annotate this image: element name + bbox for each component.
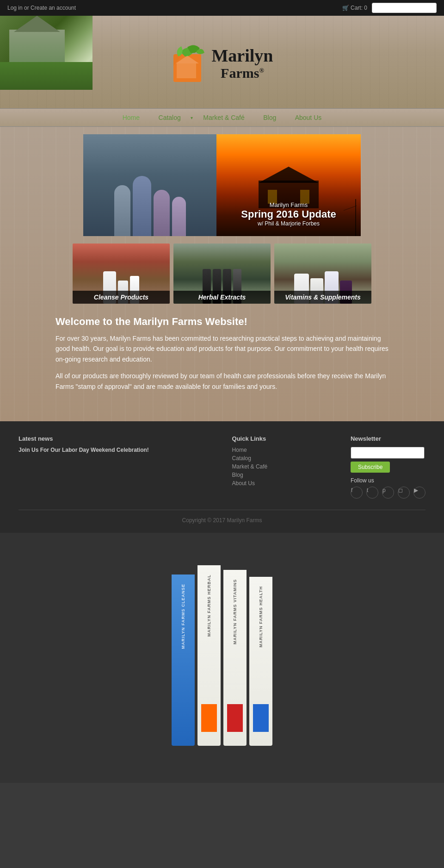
logo-icon	[171, 43, 208, 84]
herbal-label: Herbal Extracts	[173, 291, 271, 304]
logo-text: MarilynFarms®	[212, 46, 273, 81]
bookmark-2-accent	[201, 704, 217, 732]
copyright: Copyright © 2017 Marilyn Farms	[18, 510, 426, 524]
bookmark-4-text: MARILYN FARMS HEALTH	[259, 586, 263, 648]
quick-links-heading: Quick Links	[232, 435, 268, 442]
bookmark-4: MARILYN FARMS HEALTH	[249, 577, 272, 746]
product-grid: Cleanse Products Herbal Extracts	[60, 236, 384, 311]
logo-container: MarilynFarms®	[171, 43, 273, 86]
footer-link-blog[interactable]: Blog	[232, 472, 268, 478]
welcome-para-1: For over 30 years, Marilyn Farms has bee…	[56, 333, 388, 364]
welcome-heading: Welcome to the Marilyn Farms Website!	[56, 316, 388, 328]
follow-label: Follow us	[351, 477, 426, 484]
cleanse-label: Cleanse Products	[73, 291, 170, 304]
bookmark-3-accent	[227, 704, 243, 732]
hero-title: Spring 2016 Update	[216, 208, 361, 220]
twitter-icon[interactable]: t	[366, 487, 378, 499]
bookmark-2: MARILYN FARMS HERBAL	[197, 565, 221, 746]
bookmark-3: MARILYN FARMS VITAMINS	[223, 570, 247, 746]
welcome-para-2: All of our products are thoroughly revie…	[56, 371, 388, 392]
cart-icon[interactable]: 🛒 Cart: 0	[342, 5, 367, 11]
nav-catalog[interactable]: Catalog	[159, 114, 181, 121]
nav-market-cafe[interactable]: Market & Café	[203, 114, 244, 121]
main-content: Marilyn Farms Spring 2016 Update w/ Phil…	[0, 127, 444, 421]
search-input[interactable]	[372, 3, 437, 13]
hero-text-overlay: Marilyn Farms Spring 2016 Update w/ Phil…	[216, 201, 361, 227]
bookmark-4-accent	[253, 704, 269, 732]
footer: Latest news Join Us For Our Labor Day We…	[0, 421, 444, 533]
hero-subtitle: Marilyn Farms	[216, 201, 361, 208]
header: MarilynFarms®	[0, 16, 444, 108]
nav-about-us[interactable]: About Us	[295, 114, 322, 121]
newsletter-email-input[interactable]	[351, 447, 425, 459]
instagram-icon[interactable]: ◻	[398, 487, 410, 499]
footer-link-market[interactable]: Market & Café	[232, 463, 268, 470]
product-card-vitamins[interactable]: Vitamins & Supplements	[274, 244, 371, 304]
chevron-down-icon: ▾	[191, 115, 193, 120]
svg-rect-2	[177, 63, 196, 78]
top-bar-auth: Log in or Create an account	[7, 5, 76, 11]
main-nav: Home Catalog ▾ Market & Café Blog About …	[0, 108, 444, 127]
product-card-cleanse[interactable]: Cleanse Products	[73, 244, 170, 304]
pinterest-icon[interactable]: p	[382, 487, 394, 499]
farm-photo	[0, 16, 92, 90]
bookmark-3-text: MARILYN FARMS VITAMINS	[233, 579, 237, 644]
create-account-link[interactable]: Create an account	[31, 5, 76, 11]
hero-family-photo	[83, 134, 216, 236]
footer-latest-news: Latest news Join Us For Our Labor Day We…	[18, 435, 149, 500]
footer-newsletter: Newsletter Subscribe Follow us f t p ◻ ▶	[351, 435, 426, 500]
social-icons: f t p ◻ ▶	[351, 487, 426, 500]
login-link[interactable]: Log in	[7, 5, 23, 11]
vitamins-label: Vitamins & Supplements	[274, 291, 371, 304]
logo-box: MarilynFarms®	[171, 43, 273, 84]
latest-news-heading: Latest news	[18, 435, 149, 442]
top-bar-right: 🛒 Cart: 0	[342, 3, 437, 13]
welcome-section: Welcome to the Marilyn Farms Website! Fo…	[0, 311, 444, 407]
bookmarks-container: MARILYN FARMS CLEANSE MARILYN FARMS HERB…	[172, 561, 272, 746]
footer-link-home[interactable]: Home	[232, 447, 268, 453]
newsletter-heading: Newsletter	[351, 435, 426, 442]
footer-grid: Latest news Join Us For Our Labor Day We…	[18, 435, 426, 500]
footer-quick-links: Quick Links Home Catalog Market & Café B…	[232, 435, 268, 500]
subscribe-button[interactable]: Subscribe	[351, 462, 390, 473]
nav-catalog-container: Catalog ▾	[150, 114, 193, 121]
footer-link-catalog[interactable]: Catalog	[232, 455, 268, 462]
hero-author: w/ Phil & Marjorie Forbes	[216, 220, 361, 227]
hero-sunset-photo: Marilyn Farms Spring 2016 Update w/ Phil…	[216, 134, 361, 236]
bookmark-1-text: MARILYN FARMS CLEANSE	[181, 584, 185, 649]
top-bar: Log in or Create an account 🛒 Cart: 0	[0, 0, 444, 16]
bottom-section: MARILYN FARMS CLEANSE MARILYN FARMS HERB…	[0, 533, 444, 783]
top-bar-or: or	[24, 5, 29, 11]
facebook-icon[interactable]: f	[351, 487, 363, 499]
product-card-herbal[interactable]: Herbal Extracts	[173, 244, 271, 304]
news-item-link[interactable]: Join Us For Our Labor Day Weekend Celebr…	[18, 447, 149, 453]
hero-banner: Marilyn Farms Spring 2016 Update w/ Phil…	[83, 134, 361, 236]
bookmark-1: MARILYN FARMS CLEANSE	[172, 575, 195, 746]
footer-link-about[interactable]: About Us	[232, 480, 268, 487]
youtube-icon[interactable]: ▶	[413, 487, 426, 499]
nav-home[interactable]: Home	[123, 114, 140, 121]
nav-blog[interactable]: Blog	[263, 114, 276, 121]
bookmark-2-text: MARILYN FARMS HERBAL	[207, 575, 211, 637]
